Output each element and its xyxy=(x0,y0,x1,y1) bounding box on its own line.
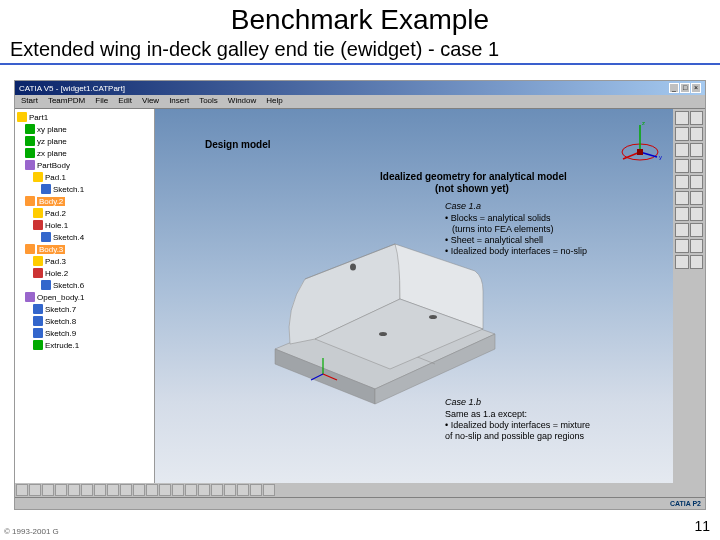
tool-icon[interactable] xyxy=(690,111,704,125)
tree-node-label: yz plane xyxy=(37,137,67,146)
tree-item[interactable]: Hole.2 xyxy=(17,267,152,279)
bottom-tool-icon[interactable] xyxy=(159,484,171,496)
menu-start[interactable]: Start xyxy=(17,96,42,107)
tree-node-icon xyxy=(33,172,43,182)
bottom-tool-icon[interactable] xyxy=(198,484,210,496)
tool-icon[interactable] xyxy=(675,111,689,125)
tool-icon[interactable] xyxy=(690,175,704,189)
menu-file[interactable]: File xyxy=(91,96,112,107)
menu-window[interactable]: Window xyxy=(224,96,260,107)
tree-item[interactable]: Sketch.4 xyxy=(17,231,152,243)
case1a-bullet3: • Idealized body interfaces = no-slip xyxy=(445,246,587,257)
spec-tree[interactable]: Part1xy planeyz planezx planePartBodyPad… xyxy=(15,109,155,499)
bottom-tool-icon[interactable] xyxy=(250,484,262,496)
tree-node-icon xyxy=(25,244,35,254)
tree-node-label: PartBody xyxy=(37,161,70,170)
tree-item[interactable]: Extrude.1 xyxy=(17,339,152,351)
catia-window: CATIA V5 - [widget1.CATPart] _ □ × Start… xyxy=(14,80,706,510)
bottom-tool-icon[interactable] xyxy=(68,484,80,496)
design-model-label: Design model xyxy=(205,139,271,151)
tree-node-label: zx plane xyxy=(37,149,67,158)
menu-view[interactable]: View xyxy=(138,96,163,107)
tree-node-label: Sketch.6 xyxy=(53,281,84,290)
bottom-tool-icon[interactable] xyxy=(42,484,54,496)
bottom-tool-icon[interactable] xyxy=(146,484,158,496)
bottom-tool-icon[interactable] xyxy=(263,484,275,496)
menu-tools[interactable]: Tools xyxy=(195,96,222,107)
minimize-button[interactable]: _ xyxy=(669,83,679,93)
tool-icon[interactable] xyxy=(690,127,704,141)
case1b-bullet1: • Idealized body interfaces = mixture xyxy=(445,420,590,431)
idealized-title: Idealized geometry for analytical model xyxy=(380,171,567,183)
tree-node-label: Sketch.4 xyxy=(53,233,84,242)
tree-item[interactable]: Hole.1 xyxy=(17,219,152,231)
tree-node-label: Part1 xyxy=(29,113,48,122)
tree-item[interactable]: xy plane xyxy=(17,123,152,135)
bottom-tool-icon[interactable] xyxy=(185,484,197,496)
tree-node-label: Pad.1 xyxy=(45,173,66,182)
tree-item[interactable]: zx plane xyxy=(17,147,152,159)
menu-teampdm[interactable]: TeamPDM xyxy=(44,96,89,107)
tool-icon[interactable] xyxy=(690,143,704,157)
menu-edit[interactable]: Edit xyxy=(114,96,136,107)
tree-item[interactable]: Sketch.1 xyxy=(17,183,152,195)
tree-item[interactable]: Body.3 xyxy=(17,243,152,255)
bottom-tool-icon[interactable] xyxy=(172,484,184,496)
tree-item[interactable]: Sketch.6 xyxy=(17,279,152,291)
tree-item[interactable]: Sketch.9 xyxy=(17,327,152,339)
tool-icon[interactable] xyxy=(675,255,689,269)
tree-item[interactable]: Part1 xyxy=(17,111,152,123)
bottom-tool-icon[interactable] xyxy=(237,484,249,496)
bottom-tool-icon[interactable] xyxy=(81,484,93,496)
tool-icon[interactable] xyxy=(690,223,704,237)
close-button[interactable]: × xyxy=(691,83,701,93)
tool-icon[interactable] xyxy=(675,127,689,141)
bottom-tool-icon[interactable] xyxy=(133,484,145,496)
bottom-tool-icon[interactable] xyxy=(55,484,67,496)
tool-icon[interactable] xyxy=(690,255,704,269)
tree-node-icon xyxy=(33,304,43,314)
bottom-tool-icon[interactable] xyxy=(29,484,41,496)
bottom-tool-icon[interactable] xyxy=(94,484,106,496)
tree-node-icon xyxy=(33,256,43,266)
tool-icon[interactable] xyxy=(675,191,689,205)
tree-item[interactable]: Pad.1 xyxy=(17,171,152,183)
workspace: Part1xy planeyz planezx planePartBodyPad… xyxy=(15,109,705,499)
statusbar: CATIA P2 xyxy=(15,497,705,509)
bottom-tool-icon[interactable] xyxy=(224,484,236,496)
tree-item[interactable]: Pad.3 xyxy=(17,255,152,267)
tool-icon[interactable] xyxy=(675,143,689,157)
page-number: 11 xyxy=(694,518,710,534)
3d-viewport[interactable]: z y xyxy=(155,109,705,499)
tree-node-icon xyxy=(33,220,43,230)
tool-icon[interactable] xyxy=(690,239,704,253)
tree-item[interactable]: Sketch.7 xyxy=(17,303,152,315)
tree-item[interactable]: Pad.2 xyxy=(17,207,152,219)
menubar: Start TeamPDM File Edit View Insert Tool… xyxy=(15,95,705,109)
tree-item[interactable]: yz plane xyxy=(17,135,152,147)
tool-icon[interactable] xyxy=(675,207,689,221)
bottom-tool-icon[interactable] xyxy=(107,484,119,496)
menu-help[interactable]: Help xyxy=(262,96,286,107)
tool-icon[interactable] xyxy=(690,207,704,221)
tool-icon[interactable] xyxy=(675,175,689,189)
tool-icon[interactable] xyxy=(675,239,689,253)
tool-icon[interactable] xyxy=(690,191,704,205)
compass-icon[interactable]: z y xyxy=(615,117,665,167)
window-controls: _ □ × xyxy=(669,83,701,93)
tree-item[interactable]: Open_body.1 xyxy=(17,291,152,303)
bottom-tool-icon[interactable] xyxy=(120,484,132,496)
tool-icon[interactable] xyxy=(675,159,689,173)
tree-node-icon xyxy=(33,268,43,278)
tree-item[interactable]: Sketch.8 xyxy=(17,315,152,327)
bottom-tool-icon[interactable] xyxy=(211,484,223,496)
bottom-tool-icon[interactable] xyxy=(16,484,28,496)
tree-node-icon xyxy=(17,112,27,122)
tree-item[interactable]: PartBody xyxy=(17,159,152,171)
tree-item[interactable]: Body.2 xyxy=(17,195,152,207)
tool-icon[interactable] xyxy=(675,223,689,237)
tool-icon[interactable] xyxy=(690,159,704,173)
maximize-button[interactable]: □ xyxy=(680,83,690,93)
case1b-same: Same as 1.a except: xyxy=(445,409,527,420)
menu-insert[interactable]: Insert xyxy=(165,96,193,107)
